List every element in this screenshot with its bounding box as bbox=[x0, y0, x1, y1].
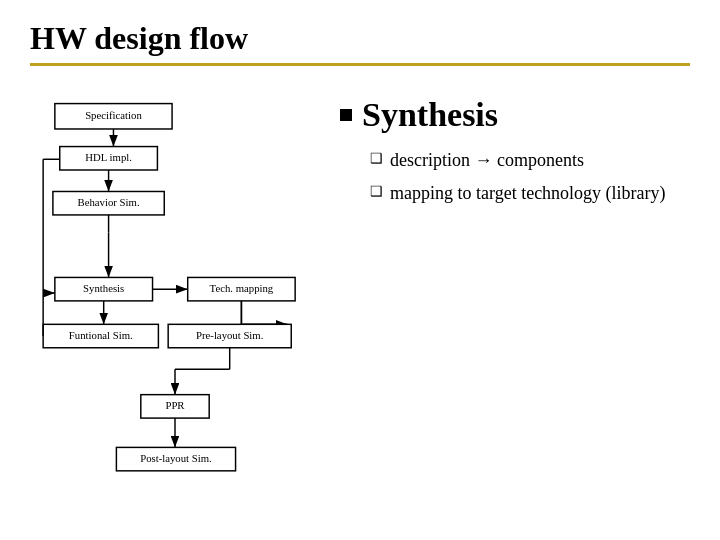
funsim-label: Funtional Sim. bbox=[69, 329, 133, 341]
hdl-label: HDL impl. bbox=[85, 151, 132, 163]
synthesis-item-2-text: mapping to target technology (library) bbox=[390, 183, 666, 203]
ppr-label: PPR bbox=[165, 399, 185, 411]
flow-diagram: Specification HDL impl. Behavior Sim. bbox=[30, 86, 320, 506]
prelayout-label: Pre-layout Sim. bbox=[196, 329, 263, 341]
content-area: Specification HDL impl. Behavior Sim. bbox=[30, 86, 690, 506]
synthesis-item-1-text: description → components bbox=[390, 150, 584, 170]
bullet-square-icon bbox=[340, 109, 352, 121]
spec-label: Specification bbox=[85, 109, 142, 121]
synth-label: Synthesis bbox=[83, 282, 124, 294]
techmap-label: Tech. mapping bbox=[210, 282, 274, 294]
synthesis-heading: Synthesis bbox=[362, 96, 498, 134]
title-bar: HW design flow bbox=[30, 20, 690, 66]
text-area: Synthesis description → components mappi… bbox=[340, 86, 690, 214]
synthesis-item-2: mapping to target technology (library) bbox=[370, 181, 690, 206]
synthesis-title-row: Synthesis bbox=[340, 96, 690, 134]
page-title: HW design flow bbox=[30, 20, 248, 57]
behsim-label: Behavior Sim. bbox=[78, 196, 140, 208]
postlayout-label: Post-layout Sim. bbox=[140, 452, 212, 464]
synthesis-list: description → components mapping to targ… bbox=[340, 148, 690, 206]
diagram-container: Specification HDL impl. Behavior Sim. bbox=[30, 86, 320, 506]
synthesis-item-1: description → components bbox=[370, 148, 690, 173]
slide: HW design flow Specification HDL impl. bbox=[0, 0, 720, 540]
